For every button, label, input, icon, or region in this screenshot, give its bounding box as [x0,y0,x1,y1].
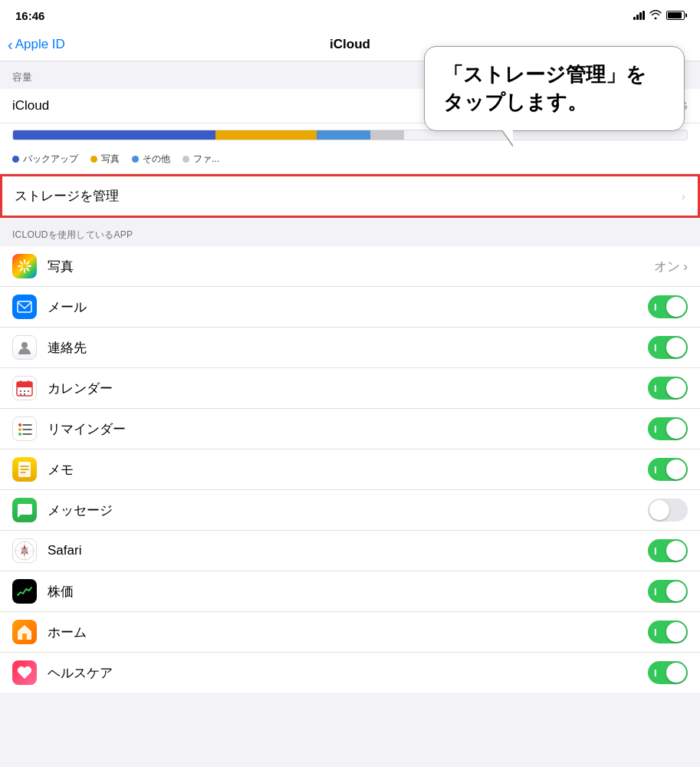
content-area: 容量 iCloud 使用済み: 61.8 G バックアップ [0,61,700,693]
svg-point-20 [24,393,25,395]
app-name-calendar: カレンダー [48,380,637,397]
photos-toggle: オン › [654,258,688,275]
legend-backup-label: バックアップ [23,153,78,166]
storage-legend: バックアップ 写真 その他 ファ... [0,146,700,174]
notes-toggle[interactable]: I [648,458,688,481]
svg-line-5 [21,262,23,265]
back-label: Apple ID [15,37,65,52]
svg-point-19 [20,393,21,395]
home-toggle[interactable]: I [648,621,688,644]
reminders-icon [12,416,37,441]
svg-point-21 [18,423,21,426]
svg-point-23 [18,433,21,436]
safari-icon [12,538,37,563]
contacts-icon [12,335,37,360]
legend-other-label: その他 [143,153,170,166]
storage-bar [12,130,688,140]
mail-icon [12,295,37,319]
svg-rect-9 [18,301,31,312]
app-name-home: ホーム [48,624,637,641]
page-title: iCloud [330,37,370,52]
svg-point-22 [18,428,21,431]
app-row-messages[interactable]: メッセージ [0,490,700,531]
bar-backup [13,130,215,140]
reminders-toggle[interactable]: I [648,417,688,440]
messages-icon [12,498,37,522]
mail-toggle[interactable]: I [648,295,688,318]
chevron-left-icon: ‹ [8,37,13,52]
status-icons [633,10,685,21]
notes-icon [12,457,37,482]
svg-rect-13 [17,385,32,387]
svg-point-10 [21,342,28,348]
app-name-contacts: 連絡先 [48,339,637,357]
wifi-icon [649,10,662,21]
health-icon [12,660,37,685]
apps-section-label: ICLOUDを使用しているAPP [0,218,700,246]
app-row-reminders[interactable]: リマインダー I [0,409,700,449]
health-toggle[interactable]: I [648,661,688,684]
app-name-stocks: 株価 [48,583,637,601]
app-name-reminders: リマインダー [48,420,637,438]
manage-chevron-icon: › [682,189,685,202]
tooltip-text: 「ストレージ管理」をタップします。 [443,61,665,117]
manage-storage-row[interactable]: ストレージを管理 › [0,174,700,218]
app-row-stocks[interactable]: 株価 I [0,571,700,612]
app-row-photos[interactable]: 写真 オン › [0,246,700,287]
svg-point-18 [28,390,29,392]
app-row-home[interactable]: ホーム I [0,612,700,653]
battery-icon [666,11,685,20]
legend-photos-label: 写真 [101,153,120,166]
app-row-calendar[interactable]: カレンダー I [0,368,700,409]
svg-line-8 [21,268,23,271]
app-name-notes: メモ [48,461,637,479]
signal-icon [633,11,645,20]
legend-files: ファ... [182,153,219,166]
back-button[interactable]: ‹ Apple ID [8,37,65,52]
icloud-label: iCloud [12,98,49,114]
legend-dot-backup [12,156,19,163]
legend-dot-files [182,156,189,163]
app-name-health: ヘルスケア [48,664,637,682]
svg-line-7 [27,262,29,265]
app-name-photos: 写真 [48,258,643,275]
messages-toggle[interactable] [648,499,688,522]
manage-storage-label: ストレージを管理 [15,187,119,205]
legend-dot-photos [90,156,97,163]
app-row-contacts[interactable]: 連絡先 I [0,328,700,368]
status-bar: 16:46 [0,0,700,28]
app-row-mail[interactable]: メール I [0,287,700,328]
legend-files-label: ファ... [193,153,219,166]
bar-files [370,130,404,140]
svg-point-17 [24,390,25,392]
svg-rect-37 [22,634,27,640]
legend-photos: 写真 [90,153,120,166]
svg-line-6 [27,268,29,271]
app-name-safari: Safari [48,543,637,558]
stocks-toggle[interactable]: I [648,580,688,603]
apps-list: 写真 オン › メール I [0,246,700,693]
calendar-toggle[interactable]: I [648,377,688,400]
safari-toggle[interactable]: I [648,539,688,562]
app-name-messages: メッセージ [48,502,637,519]
app-row-health[interactable]: ヘルスケア I [0,653,700,693]
legend-other: その他 [132,153,170,166]
photos-icon [12,254,37,278]
legend-backup: バックアップ [12,153,78,166]
app-name-mail: メール [48,298,637,316]
status-time: 16:46 [15,9,44,22]
calendar-icon [12,376,37,400]
bar-photos [215,130,317,140]
tooltip-bubble: 「ストレージ管理」をタップします。 [424,46,685,131]
app-row-safari[interactable]: Safari I [0,531,700,571]
app-row-notes[interactable]: メモ I [0,449,700,490]
contacts-toggle[interactable]: I [648,336,688,359]
home-icon [12,620,37,644]
bar-free [404,130,687,140]
bar-other [317,130,370,140]
stocks-icon [12,579,37,604]
svg-point-16 [20,390,21,392]
legend-dot-other [132,156,139,163]
